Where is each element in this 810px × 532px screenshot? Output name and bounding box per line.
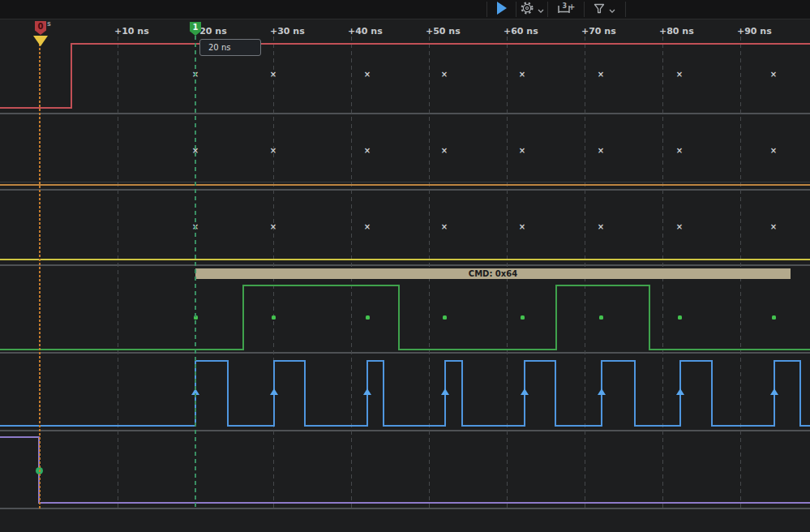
wave-blue-segment	[602, 360, 635, 362]
wave-blue-segment	[635, 425, 680, 427]
wave-blue-segment	[305, 425, 367, 427]
time-tooltip: 20 ns	[199, 39, 261, 56]
event-dot-icon	[443, 315, 447, 320]
wave-blue-segment	[384, 425, 445, 427]
wave-blue-segment	[195, 360, 228, 362]
marker1-badge[interactable]: 1	[190, 22, 201, 36]
wave-green-segment	[556, 285, 649, 286]
time-gridline	[118, 36, 118, 508]
cursor-marker-badge[interactable]: 0	[35, 21, 46, 35]
row-separator	[0, 113, 810, 114]
row-separator	[0, 182, 810, 182]
event-x-icon: ×	[439, 70, 449, 79]
wave-blue-segment	[274, 360, 305, 362]
wave-blue-segment	[367, 360, 384, 362]
event-dot-icon	[772, 315, 776, 320]
event-triangle-icon	[770, 388, 778, 395]
wave-green-segment	[649, 349, 810, 350]
event-triangle-icon	[270, 388, 278, 395]
event-triangle-icon	[676, 388, 684, 395]
bus-cmd: CMD: 0x64	[195, 268, 791, 279]
wave-blue-segment	[680, 360, 712, 362]
wave-red-edge	[71, 43, 72, 109]
wave-purple-segment	[0, 436, 39, 438]
wave-green-segment	[0, 349, 243, 350]
wave-orange-segment	[0, 184, 810, 186]
wave-blue-segment	[445, 360, 462, 362]
wave-blue-segment	[712, 425, 774, 427]
event-dot-icon	[678, 315, 682, 320]
event-triangle-icon	[441, 388, 449, 395]
event-x-icon: ×	[596, 222, 606, 231]
wave-blue-edge	[711, 360, 713, 427]
wave-purple-segment	[39, 502, 810, 504]
wave-red-segment	[71, 43, 810, 45]
event-x-icon: ×	[268, 146, 278, 155]
event-x-icon: ×	[268, 222, 278, 231]
event-dot-icon	[521, 315, 525, 320]
wave-yellow-segment	[0, 259, 810, 260]
wave-blue-edge	[555, 360, 556, 427]
wave-blue-edge	[634, 360, 636, 427]
marker1-line	[195, 36, 196, 508]
event-x-icon: ×	[362, 146, 372, 155]
row-separator	[0, 264, 810, 266]
event-x-icon: ×	[268, 70, 278, 79]
wave-blue-edge	[383, 360, 384, 427]
wave-blue-segment	[774, 360, 800, 362]
wave-blue-edge	[799, 360, 801, 427]
event-x-icon: ×	[362, 70, 372, 79]
wave-blue-segment	[555, 425, 602, 427]
cursor-unit-label: s	[47, 20, 51, 28]
wave-red-segment	[0, 107, 71, 109]
event-x-icon: ×	[675, 222, 684, 231]
event-x-icon: ×	[596, 70, 606, 79]
event-x-icon: ×	[769, 70, 778, 79]
wave-green-edge	[649, 285, 650, 350]
event-x-icon: ×	[769, 146, 778, 155]
event-x-icon: ×	[439, 146, 449, 155]
wave-blue-segment	[800, 425, 810, 427]
wave-green-edge	[398, 285, 400, 350]
row-separator	[0, 508, 810, 509]
event-triangle-icon	[521, 388, 529, 395]
event-x-icon: ×	[769, 222, 778, 231]
wave-green-segment	[243, 285, 399, 286]
event-x-icon: ×	[596, 146, 606, 155]
wave-green-edge	[242, 285, 244, 350]
event-triangle-icon	[598, 388, 606, 395]
event-dot-icon	[599, 315, 603, 320]
event-x-icon: ×	[362, 222, 372, 231]
wave-green-edge	[555, 285, 557, 350]
event-x-icon: ×	[517, 70, 527, 79]
event-x-icon: ×	[517, 222, 527, 231]
event-dot-icon	[366, 315, 370, 320]
event-x-icon: ×	[517, 146, 527, 155]
cursor-head-icon[interactable]	[33, 36, 48, 46]
wave-blue-segment	[525, 360, 555, 362]
wave-blue-segment	[0, 425, 195, 427]
wave-blue-segment	[228, 425, 274, 427]
cursor-line	[39, 36, 41, 508]
row-separator	[0, 352, 810, 354]
wave-blue-edge	[304, 360, 306, 427]
wave-blue-edge	[227, 360, 229, 427]
event-triangle-icon	[363, 388, 371, 395]
wave-green-segment	[399, 349, 556, 350]
row-separator	[0, 189, 810, 191]
event-x-icon: ×	[439, 222, 449, 231]
event-dot-icon	[272, 315, 276, 320]
wave-canvas[interactable]: ××××××××××××××××××××××××CMD: 0x640s120 n…	[0, 0, 810, 532]
wave-blue-edge	[461, 360, 463, 427]
event-x-icon: ×	[675, 146, 684, 155]
waveform-viewer: 3 + +10 ns+20 ns+30 ns+40 ns+50 ns+60 ns…	[0, 0, 810, 532]
row-separator	[0, 430, 810, 431]
wave-blue-segment	[462, 425, 525, 427]
event-x-icon: ×	[675, 70, 684, 79]
